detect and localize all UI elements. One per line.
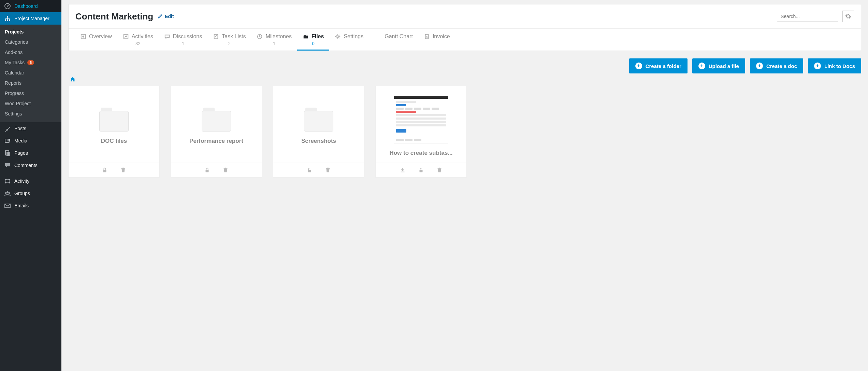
tab-task-lists[interactable]: Task Lists 2 [207,29,251,51]
folder-card: DOC files [68,86,160,178]
card-title: DOC files [101,138,127,145]
sidebar-item-comments[interactable]: Comments [0,159,61,171]
sidebar-submenu: Projects Categories Add-ons My Tasks6 Ca… [0,25,61,122]
media-icon [4,137,11,144]
sidebar-item-label: Project Manager [14,16,49,21]
project-tabs: Overview Activities 32 Discussions 1 Tas… [69,28,861,51]
lock-button[interactable] [102,167,108,173]
folder-card: Screenshots [273,86,364,178]
svg-point-1 [7,6,8,7]
plus-icon: + [698,63,705,69]
delete-button[interactable] [120,167,126,173]
folder-card: Performance report [171,86,262,178]
file-actions: +Create a folder +Upload a file +Create … [68,58,861,73]
tab-milestones[interactable]: Milestones 1 [251,29,297,51]
sidebar-item-progress[interactable]: Progress [0,88,61,98]
svg-point-19 [83,36,84,37]
tab-count: 1 [182,41,184,46]
pencil-icon [157,14,163,19]
file-open[interactable]: How to create subtas... [376,86,466,163]
folder-icon [99,108,129,132]
admin-sidebar: Dashboard Project Manager Projects Categ… [0,0,61,184]
dashboard-icon [4,3,11,10]
files-grid: DOC files Performance report Screenshots [68,86,861,178]
tab-activities[interactable]: Activities 32 [117,29,159,51]
create-doc-button[interactable]: +Create a doc [750,58,803,73]
sidebar-item-label: Reports [5,80,21,86]
sidebar-item-label: Media [14,138,27,143]
tab-files[interactable]: Files 0 [297,29,329,51]
sidebar-item-label: Add-ons [5,50,23,55]
tab-label: Invoice [433,33,450,40]
button-label: Upload a file [709,63,739,69]
tab-settings[interactable]: Settings [329,29,369,51]
pages-icon [4,150,11,156]
lock-button[interactable] [418,167,424,173]
delete-button[interactable] [325,167,331,173]
sidebar-item-categories[interactable]: Categories [0,37,61,47]
sidebar-item-activity[interactable]: Activity [0,175,61,184]
svg-rect-2 [7,16,8,17]
gear-icon [845,13,851,19]
create-folder-button[interactable]: +Create a folder [629,58,688,73]
delete-button[interactable] [222,167,229,173]
sidebar-item-woo-project[interactable]: Woo Project [0,98,61,109]
button-label: Create a doc [766,63,797,69]
sidebar-item-media[interactable]: Media [0,135,61,147]
sidebar-item-posts[interactable]: Posts [0,122,61,135]
lock-button[interactable] [204,167,210,173]
svg-rect-9 [6,152,10,156]
lock-button[interactable] [306,167,313,173]
edit-project-link[interactable]: Edit [157,14,174,19]
tab-label: Discussions [173,33,202,40]
tab-count: 32 [135,41,140,46]
upload-file-button[interactable]: +Upload a file [692,58,745,73]
folder-icon [304,108,333,132]
page-title: Content Marketing [75,11,153,22]
tab-discussions[interactable]: Discussions 1 [159,29,207,51]
tab-invoice[interactable]: $Invoice [418,29,455,51]
tab-gantt[interactable]: Gantt Chart [379,29,418,51]
tab-label: Overview [89,33,112,40]
breadcrumb-home[interactable] [70,76,76,82]
delete-button[interactable] [436,167,443,173]
sidebar-item-pages[interactable]: Pages [0,147,61,159]
folder-open[interactable]: DOC files [69,86,159,163]
main-content: Content Marketing Edit Overview Activiti… [61,4,868,184]
link-docs-button[interactable]: +Link to Docs [808,58,861,73]
svg-rect-28 [206,170,209,172]
sidebar-item-addons[interactable]: Add-ons [0,47,61,57]
button-label: Link to Docs [824,63,855,69]
svg-rect-30 [420,170,423,172]
svg-rect-23 [304,36,308,38]
invoice-icon: $ [424,33,430,40]
sidebar-item-my-tasks[interactable]: My Tasks6 [0,57,61,68]
sidebar-item-projects[interactable]: Projects [0,27,61,37]
trash-icon [120,167,126,173]
folder-open[interactable]: Screenshots [273,86,364,163]
folder-open[interactable]: Performance report [171,86,262,163]
sidebar-item-label: Woo Project [5,101,31,106]
sidebar-item-label: Posts [14,126,26,131]
search-input[interactable] [777,11,838,22]
sidebar-item-dashboard[interactable]: Dashboard [0,0,61,12]
settings-button[interactable] [842,11,854,22]
card-footer [69,163,159,177]
sidebar-item-reports[interactable]: Reports [0,78,61,88]
card-title: Screenshots [301,138,336,145]
download-button[interactable] [400,167,406,173]
sidebar-item-pm-settings[interactable]: Settings [0,109,61,119]
sidebar-item-label: Settings [5,111,22,116]
card-footer [376,163,466,177]
overview-icon [80,33,86,40]
card-title: Performance report [189,138,243,145]
tab-overview[interactable]: Overview [75,29,117,51]
sidebar-item-label: Activity [14,178,29,184]
settings-icon [335,33,341,40]
trash-icon [325,167,331,173]
sidebar-item-calendar[interactable]: Calendar [0,68,61,78]
sidebar-item-project-manager[interactable]: Project Manager [0,12,61,25]
button-label: Create a folder [646,63,681,69]
svg-rect-27 [103,170,106,172]
sidebar-item-label: Pages [14,150,28,156]
